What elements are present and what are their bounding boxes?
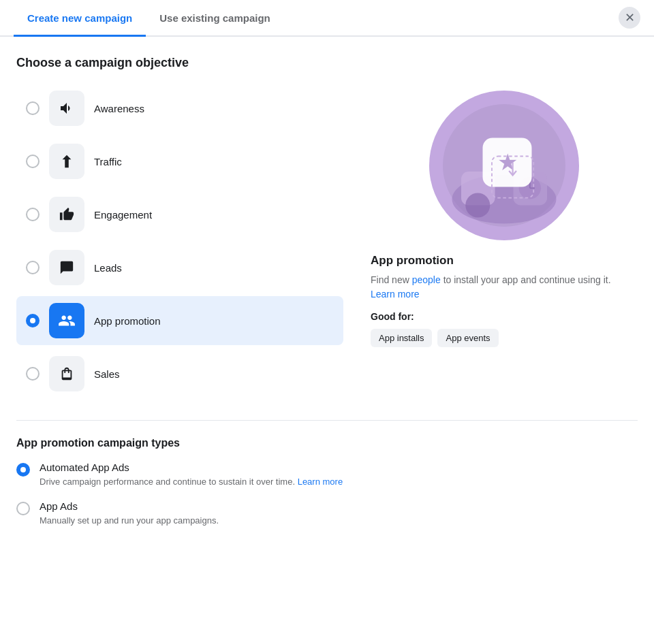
tags-container: App installs App events xyxy=(371,329,638,347)
traffic-icon xyxy=(49,144,84,179)
svg-text:★: ★ xyxy=(497,149,518,175)
promo-desc-after: to install your app and continue using i… xyxy=(441,274,611,285)
promo-illustration: ★ xyxy=(429,91,579,240)
leads-icon xyxy=(49,250,84,285)
tag-app-events: App events xyxy=(437,329,498,347)
objectives-list: Awareness Traffic xyxy=(16,84,343,398)
app-ads-text: App Ads Manually set up and run your app… xyxy=(40,500,219,527)
svg-point-7 xyxy=(465,193,490,218)
tag-app-installs: App installs xyxy=(371,329,432,347)
automated-learn-more[interactable]: Learn more xyxy=(298,477,343,487)
awareness-label: Awareness xyxy=(94,103,144,114)
promo-panel: ★ App promotion Find new people to insta… xyxy=(371,84,638,398)
engagement-icon xyxy=(49,197,84,232)
awareness-icon xyxy=(49,91,84,126)
main-content: Choose a campaign objective Awareness xyxy=(0,37,654,558)
leads-label: Leads xyxy=(94,262,122,274)
radio-app-ads[interactable] xyxy=(16,502,30,515)
tab-bar: Create new campaign Use existing campaig… xyxy=(0,0,654,37)
objective-leads[interactable]: Leads xyxy=(16,243,343,292)
objective-sales[interactable]: Sales xyxy=(16,349,343,398)
objective-traffic[interactable]: Traffic xyxy=(16,137,343,186)
radio-traffic[interactable] xyxy=(26,155,40,168)
app-promotion-icon xyxy=(49,303,84,338)
traffic-label: Traffic xyxy=(94,156,122,167)
promo-title: App promotion xyxy=(371,254,638,268)
radio-app-promotion[interactable] xyxy=(26,314,40,327)
radio-sales[interactable] xyxy=(26,367,40,381)
engagement-label: Engagement xyxy=(94,209,152,221)
promo-desc: Find new people to install your app and … xyxy=(371,273,638,302)
objective-awareness[interactable]: Awareness xyxy=(16,84,343,133)
radio-engagement[interactable] xyxy=(26,208,40,221)
campaign-types-section: App promotion campaign types Automated A… xyxy=(16,420,638,527)
radio-awareness[interactable] xyxy=(26,101,40,115)
objective-app-promotion[interactable]: App promotion xyxy=(16,296,343,345)
app-ads-label: App Ads xyxy=(40,500,219,512)
radio-automated[interactable] xyxy=(16,463,30,477)
campaign-types-title: App promotion campaign types xyxy=(16,437,638,449)
radio-leads[interactable] xyxy=(26,261,40,274)
tab-create-new[interactable]: Create new campaign xyxy=(14,0,146,37)
close-button[interactable]: ✕ xyxy=(619,7,640,29)
sales-icon xyxy=(49,356,84,391)
app-ads-desc: Manually set up and run your app campaig… xyxy=(40,515,219,527)
content-area: Awareness Traffic xyxy=(16,84,638,398)
objective-engagement[interactable]: Engagement xyxy=(16,190,343,239)
automated-desc: Drive campaign performance and continue … xyxy=(40,476,343,488)
section-title: Choose a campaign objective xyxy=(16,56,638,70)
promo-learn-more-link[interactable]: Learn more xyxy=(371,289,420,300)
promo-people-link[interactable]: people xyxy=(412,274,441,285)
good-for-title: Good for: xyxy=(371,311,638,322)
automated-label: Automated App Ads xyxy=(40,462,343,473)
campaign-type-app-ads[interactable]: App Ads Manually set up and run your app… xyxy=(16,500,638,527)
promo-desc-before: Find new xyxy=(371,274,412,285)
sales-label: Sales xyxy=(94,368,120,380)
app-promotion-label: App promotion xyxy=(94,315,161,327)
automated-text: Automated App Ads Drive campaign perform… xyxy=(40,462,343,488)
campaign-type-automated[interactable]: Automated App Ads Drive campaign perform… xyxy=(16,462,638,488)
tab-use-existing[interactable]: Use existing campaign xyxy=(146,0,284,37)
